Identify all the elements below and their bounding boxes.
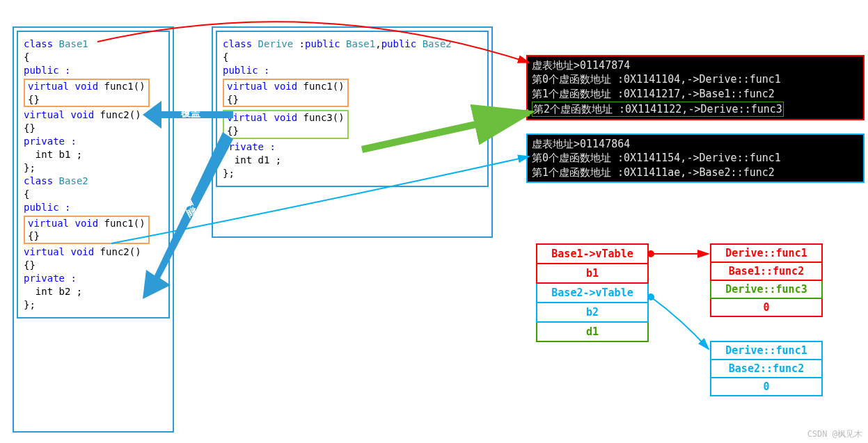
base1-public: public : [24,64,163,77]
term1-l2: 第1个虚函数地址 :0X1141217,->Base1::func2 [532,87,859,101]
base1-private: private : [24,135,163,148]
derive-public: public : [223,64,482,77]
base2-public: public : [24,201,163,214]
mem-base2-vptr: Base2->vTable [537,283,648,303]
arrow-vptr2 [651,297,709,349]
label-override1: 覆盖 [181,107,200,120]
term2-l2: 第1个虚函数地址 :0X11411ae,->Base2::func2 [532,166,859,179]
base2-func1-box: virtual void func1() {} [24,216,150,245]
vt1-r1: Base1::func2 [711,262,822,280]
term2-l1: 第0个虚函数地址 :0X1141154,->Derive::func1 [532,151,859,165]
derive-private: private : [223,140,482,154]
vtable1: Derive::func1 Base1::func2 Derive::func3… [710,243,823,317]
base2-private: private : [24,272,163,285]
base1-member: int b1 ; [24,148,163,161]
derive-member: int d1 ; [223,154,482,167]
base1-func1-box: virtual void func1() {} [24,79,150,108]
vt1-r2: Derive::func3 [711,280,822,298]
derive-code: class Derive :public Base1,public Base2 … [216,31,489,187]
term1-l1: 第0个虚函数地址 :0X1141104,->Derive::func1 [532,72,859,86]
derive-func3: virtual void func3() [227,111,345,124]
mem-d1: d1 [537,322,648,341]
base1-code: class Base1 { public : virtual void func… [17,31,170,319]
base1-func1: virtual void func1() [28,80,145,93]
brace: { [24,51,163,64]
vt1-r3: 0 [711,298,822,316]
term1-l0: 虚表地址>01147874 [532,58,859,72]
vtable2: Derive::func1 Base2::func2 0 [710,341,823,396]
watermark: CSDN @枫见木 [807,428,862,440]
mem-base1-vptr: Base1->vTable [537,244,648,264]
base2-func2: virtual void func2() [24,245,163,259]
term2-l0: 虚表地址>01147864 [532,137,859,151]
mem-b1: b1 [537,264,648,283]
base2-decl: class Base2 [24,175,163,188]
base1-decl: class Base1 [24,38,163,51]
label-override2: 覆盖 [180,196,200,219]
vt1-r0: Derive::func1 [711,244,822,262]
vt2-r1: Base2::func2 [711,360,822,378]
base1-func2: virtual void func2() [24,108,163,122]
derive-func3-box: virtual void func3() {} [223,110,349,139]
derive-func1: virtual void func1() [227,80,345,93]
vt2-r2: 0 [711,378,822,396]
terminal-vtable2: 虚表地址>01147864 第0个虚函数地址 :0X1141154,->Deri… [526,134,865,183]
base2-member: int b2 ; [24,285,163,298]
object-layout-table: Base1->vTable b1 Base2->vTable b2 d1 [536,243,649,342]
derive-decl: class Derive :public Base1,public Base2 [223,38,482,51]
derive-func1-box: virtual void func1() {} [223,79,349,108]
vt2-r0: Derive::func1 [711,341,822,360]
mem-b2: b2 [537,303,648,322]
terminal-vtable1: 虚表地址>01147874 第0个虚函数地址 :0X1141104,->Deri… [526,55,865,120]
base-classes-box: class Base1 { public : virtual void func… [13,26,174,433]
term1-l3: 第2个虚函数地址 :0X1141122,->Derive::func3 [532,102,784,117]
derive-class-box: class Derive :public Base1,public Base2 … [212,26,493,238]
base2-func1: virtual void func1() [28,217,145,230]
